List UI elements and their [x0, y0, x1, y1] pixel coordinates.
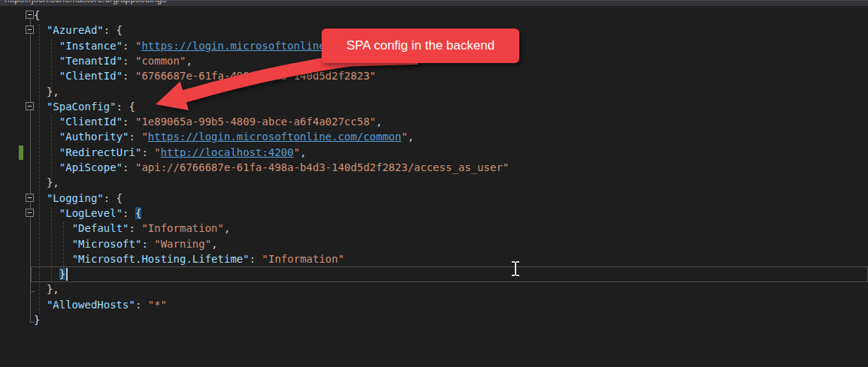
code-line[interactable]: "Authority": "https://login.microsoftonl… [0, 129, 868, 145]
code-line[interactable]: "SpaConfig": { [0, 99, 868, 115]
code-line[interactable]: "ClientId": "1e89065a-99b5-4809-abce-a6f… [0, 114, 868, 130]
json-punct: : [122, 116, 135, 128]
json-punct: : [141, 238, 154, 250]
code-line[interactable]: } [0, 266, 868, 282]
fold-marker[interactable] [26, 209, 34, 217]
json-string: "Warning" [154, 238, 211, 250]
code-line[interactable]: }, [0, 84, 868, 100]
annotation-callout: SPA config in the backend [322, 29, 519, 63]
json-punct: }, [47, 176, 59, 188]
json-key: "TenantId" [59, 55, 122, 67]
fold-marker[interactable] [26, 194, 34, 202]
json-key: "Authority" [59, 131, 129, 143]
json-key: "ApiScope" [59, 161, 122, 173]
json-key: "Default" [72, 222, 129, 234]
json-punct: }, [47, 86, 59, 98]
json-key: "ClientId" [59, 116, 122, 128]
json-punct: : [129, 222, 142, 234]
fold-marker[interactable] [26, 11, 34, 19]
text-caret [66, 268, 68, 281]
schema-url: https://json.schemastore.org/appsettings [5, 0, 166, 5]
json-string: "common" [135, 55, 186, 67]
json-punct: : [122, 40, 135, 52]
json-punct: , [186, 55, 192, 67]
json-string: "Information" [141, 222, 224, 234]
code-line[interactable]: "Microsoft": "Warning", [0, 236, 868, 252]
code-line[interactable]: }, [0, 175, 868, 191]
json-punct: : [122, 70, 135, 82]
code-line[interactable]: "Default": "Information", [0, 221, 868, 236]
json-punct: : [141, 146, 154, 158]
code-line[interactable]: "Microsoft.Hosting.Lifetime": "Informati… [0, 251, 868, 267]
annotation-label: SPA config in the backend [346, 38, 494, 53]
json-punct: , [376, 116, 382, 128]
json-key: "Microsoft" [72, 238, 142, 250]
code-line[interactable]: "AllowedHosts": "*" [0, 297, 868, 313]
code-line[interactable]: "Logging": { [0, 191, 868, 206]
code-line[interactable]: "RedirectUri": "http://localhost:4200", [0, 145, 868, 161]
json-key: "Instance" [59, 40, 122, 52]
json-punct: : [122, 207, 135, 219]
json-key: "LogLevel" [59, 207, 122, 219]
fold-end-tick [30, 291, 35, 292]
json-punct: , [407, 131, 413, 143]
json-punct: : [122, 161, 135, 173]
json-punct: }, [47, 283, 59, 295]
json-string: " [141, 131, 147, 143]
json-punct: , [224, 222, 230, 234]
code-line[interactable]: { [0, 8, 868, 23]
code-line[interactable]: } [0, 312, 868, 328]
fold-end-tick [30, 322, 35, 323]
json-key: "AllowedHosts" [47, 299, 135, 311]
code-line[interactable]: "ApiScope": "api://6766687e-61fa-498a-b4… [0, 160, 868, 176]
json-punct: : [129, 131, 142, 143]
code-line[interactable]: }, [0, 281, 868, 297]
json-punct: : { [104, 24, 122, 36]
json-key: "SpaConfig" [47, 101, 116, 113]
json-key: "AzureAd" [47, 24, 104, 36]
brace-match: } [59, 268, 65, 280]
json-punct: , [211, 238, 217, 250]
modified-line-indicator [19, 146, 23, 160]
fold-marker[interactable] [26, 102, 34, 110]
json-string: "Information" [262, 253, 345, 265]
json-punct: { [34, 9, 40, 21]
json-punct: : { [104, 192, 122, 204]
json-string: " [294, 146, 300, 158]
json-string: "6766687e-61fa-498a-b4d3-140d5d2f2823" [135, 70, 376, 82]
json-punct: : [250, 253, 262, 265]
vs-json-editor-window: https://json.schemastore.org/appsettings… [0, 0, 868, 367]
fold-marker[interactable] [26, 26, 34, 34]
json-key: "Microsoft.Hosting.Lifetime" [72, 253, 250, 265]
json-key: "ClientId" [59, 70, 122, 82]
json-string: "1e89065a-99b5-4809-abce-a6f4a027cc58" [135, 116, 376, 128]
json-punct: } [34, 314, 40, 326]
brace-match: { [135, 207, 141, 219]
json-string: "*" [148, 299, 167, 311]
json-link[interactable]: https://login.microsoftonline.com/common [148, 131, 401, 143]
code-line[interactable]: "ClientId": "6766687e-61fa-498a-b4d3-140… [0, 68, 868, 84]
json-link[interactable]: http://localhost:4200 [161, 146, 294, 158]
json-key: "Logging" [47, 192, 104, 204]
json-key: "RedirectUri" [59, 146, 142, 158]
json-punct: : [135, 299, 148, 311]
json-punct: , [300, 146, 306, 158]
json-string: "api://6766687e-61fa-498a-b4d3-140d5d2f2… [135, 161, 509, 173]
json-punct: : { [116, 101, 135, 113]
json-string: " [154, 146, 160, 158]
code-line[interactable]: "LogLevel": { [0, 206, 868, 221]
json-punct: : [122, 55, 135, 67]
